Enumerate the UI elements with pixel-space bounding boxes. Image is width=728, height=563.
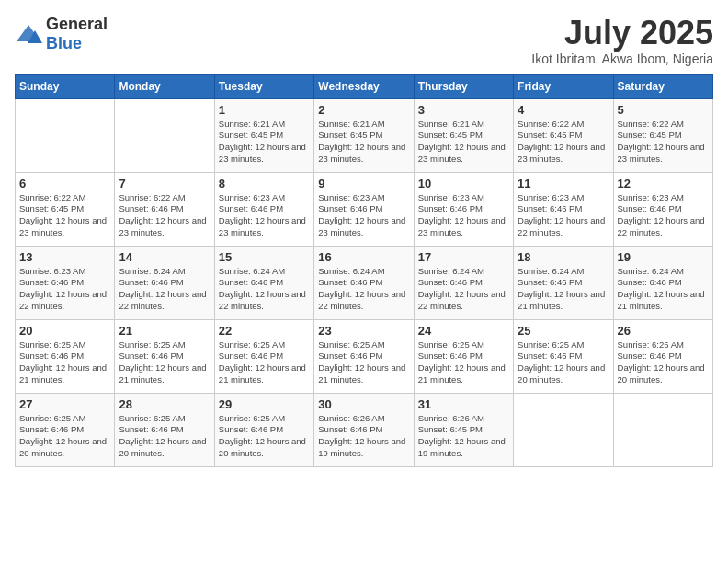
calendar-cell (115, 98, 214, 172)
day-number: 15 (219, 250, 310, 264)
calendar-table: SundayMondayTuesdayWednesdayThursdayFrid… (15, 74, 713, 467)
calendar-week-row: 27Sunrise: 6:25 AM Sunset: 6:46 PM Dayli… (16, 393, 713, 466)
day-detail: Sunrise: 6:22 AM Sunset: 6:45 PM Dayligh… (518, 119, 609, 166)
calendar-week-row: 6Sunrise: 6:22 AM Sunset: 6:45 PM Daylig… (16, 172, 713, 246)
calendar-cell: 4Sunrise: 6:22 AM Sunset: 6:45 PM Daylig… (514, 98, 613, 172)
day-detail: Sunrise: 6:24 AM Sunset: 6:46 PM Dayligh… (418, 266, 509, 313)
calendar-cell: 5Sunrise: 6:22 AM Sunset: 6:45 PM Daylig… (613, 98, 712, 172)
day-number: 13 (19, 250, 110, 264)
day-number: 14 (119, 250, 210, 264)
day-number: 16 (318, 250, 409, 264)
day-header-wednesday: Wednesday (314, 74, 414, 98)
day-detail: Sunrise: 6:25 AM Sunset: 6:46 PM Dayligh… (19, 339, 110, 386)
day-number: 26 (618, 324, 709, 338)
day-detail: Sunrise: 6:23 AM Sunset: 6:46 PM Dayligh… (219, 192, 310, 239)
day-detail: Sunrise: 6:21 AM Sunset: 6:45 PM Dayligh… (318, 119, 409, 166)
day-number: 18 (518, 250, 609, 264)
calendar-cell: 12Sunrise: 6:23 AM Sunset: 6:46 PM Dayli… (613, 172, 712, 246)
day-number: 24 (418, 324, 509, 338)
day-detail: Sunrise: 6:24 AM Sunset: 6:46 PM Dayligh… (618, 266, 709, 313)
day-detail: Sunrise: 6:21 AM Sunset: 6:45 PM Dayligh… (418, 119, 509, 166)
day-detail: Sunrise: 6:25 AM Sunset: 6:46 PM Dayligh… (219, 413, 310, 460)
day-number: 10 (418, 177, 509, 190)
day-detail: Sunrise: 6:23 AM Sunset: 6:46 PM Dayligh… (418, 192, 509, 239)
calendar-cell: 16Sunrise: 6:24 AM Sunset: 6:46 PM Dayli… (314, 246, 414, 319)
calendar-cell: 25Sunrise: 6:25 AM Sunset: 6:46 PM Dayli… (514, 319, 613, 393)
day-detail: Sunrise: 6:25 AM Sunset: 6:46 PM Dayligh… (418, 339, 509, 386)
day-number: 12 (618, 177, 709, 190)
day-detail: Sunrise: 6:24 AM Sunset: 6:46 PM Dayligh… (518, 266, 609, 313)
day-number: 4 (518, 103, 609, 117)
day-detail: Sunrise: 6:25 AM Sunset: 6:46 PM Dayligh… (19, 413, 110, 460)
day-detail: Sunrise: 6:24 AM Sunset: 6:46 PM Dayligh… (219, 266, 310, 313)
day-detail: Sunrise: 6:26 AM Sunset: 6:45 PM Dayligh… (418, 413, 509, 460)
calendar-week-row: 20Sunrise: 6:25 AM Sunset: 6:46 PM Dayli… (16, 319, 713, 393)
calendar-cell: 24Sunrise: 6:25 AM Sunset: 6:46 PM Dayli… (414, 319, 513, 393)
day-number: 29 (219, 397, 310, 411)
day-number: 9 (318, 177, 409, 190)
calendar-cell: 9Sunrise: 6:23 AM Sunset: 6:46 PM Daylig… (314, 172, 414, 246)
location-title: Ikot Ibritam, Akwa Ibom, Nigeria (531, 52, 713, 66)
day-detail: Sunrise: 6:26 AM Sunset: 6:46 PM Dayligh… (318, 413, 409, 460)
calendar-cell: 23Sunrise: 6:25 AM Sunset: 6:46 PM Dayli… (314, 319, 414, 393)
day-detail: Sunrise: 6:23 AM Sunset: 6:46 PM Dayligh… (618, 192, 709, 239)
day-number: 17 (418, 250, 509, 264)
calendar-cell: 2Sunrise: 6:21 AM Sunset: 6:45 PM Daylig… (314, 98, 414, 172)
calendar-cell: 29Sunrise: 6:25 AM Sunset: 6:46 PM Dayli… (214, 393, 313, 466)
calendar-week-row: 1Sunrise: 6:21 AM Sunset: 6:45 PM Daylig… (16, 98, 713, 172)
day-number: 23 (318, 324, 409, 338)
calendar-cell: 20Sunrise: 6:25 AM Sunset: 6:46 PM Dayli… (16, 319, 115, 393)
calendar-header-row: SundayMondayTuesdayWednesdayThursdayFrid… (16, 74, 713, 98)
calendar-cell: 3Sunrise: 6:21 AM Sunset: 6:45 PM Daylig… (414, 98, 513, 172)
day-detail: Sunrise: 6:25 AM Sunset: 6:46 PM Dayligh… (518, 339, 609, 386)
calendar-cell: 21Sunrise: 6:25 AM Sunset: 6:46 PM Dayli… (115, 319, 214, 393)
day-number: 30 (318, 397, 409, 411)
logo-general: General (46, 15, 108, 33)
day-number: 21 (119, 324, 210, 338)
day-detail: Sunrise: 6:25 AM Sunset: 6:46 PM Dayligh… (119, 413, 210, 460)
day-detail: Sunrise: 6:22 AM Sunset: 6:45 PM Dayligh… (618, 119, 709, 166)
day-detail: Sunrise: 6:23 AM Sunset: 6:46 PM Dayligh… (19, 266, 110, 313)
day-detail: Sunrise: 6:25 AM Sunset: 6:46 PM Dayligh… (219, 339, 310, 386)
day-header-friday: Friday (514, 74, 613, 98)
day-number: 31 (418, 397, 509, 411)
calendar-week-row: 13Sunrise: 6:23 AM Sunset: 6:46 PM Dayli… (16, 246, 713, 319)
calendar-cell: 6Sunrise: 6:22 AM Sunset: 6:45 PM Daylig… (16, 172, 115, 246)
month-title: July 2025 (531, 15, 713, 52)
day-number: 25 (518, 324, 609, 338)
logo-text: General Blue (46, 15, 108, 53)
calendar-cell: 7Sunrise: 6:22 AM Sunset: 6:46 PM Daylig… (115, 172, 214, 246)
calendar-cell (16, 98, 115, 172)
day-number: 5 (618, 103, 709, 117)
day-detail: Sunrise: 6:22 AM Sunset: 6:46 PM Dayligh… (119, 192, 210, 239)
calendar-cell: 13Sunrise: 6:23 AM Sunset: 6:46 PM Dayli… (16, 246, 115, 319)
day-number: 1 (219, 103, 310, 117)
day-detail: Sunrise: 6:21 AM Sunset: 6:45 PM Dayligh… (219, 119, 310, 166)
page-header: General Blue July 2025 Ikot Ibritam, Akw… (15, 15, 713, 66)
calendar-cell: 28Sunrise: 6:25 AM Sunset: 6:46 PM Dayli… (115, 393, 214, 466)
day-number: 2 (318, 103, 409, 117)
day-header-tuesday: Tuesday (214, 74, 313, 98)
day-detail: Sunrise: 6:25 AM Sunset: 6:46 PM Dayligh… (318, 339, 409, 386)
day-number: 8 (219, 177, 310, 190)
day-detail: Sunrise: 6:25 AM Sunset: 6:46 PM Dayligh… (618, 339, 709, 386)
title-block: July 2025 Ikot Ibritam, Akwa Ibom, Niger… (531, 15, 713, 66)
day-header-sunday: Sunday (16, 74, 115, 98)
day-header-monday: Monday (115, 74, 214, 98)
day-number: 6 (19, 177, 110, 190)
calendar-cell: 22Sunrise: 6:25 AM Sunset: 6:46 PM Dayli… (214, 319, 313, 393)
day-detail: Sunrise: 6:25 AM Sunset: 6:46 PM Dayligh… (119, 339, 210, 386)
calendar-cell (613, 393, 712, 466)
day-number: 20 (19, 324, 110, 338)
day-number: 7 (119, 177, 210, 190)
calendar-cell: 30Sunrise: 6:26 AM Sunset: 6:46 PM Dayli… (314, 393, 414, 466)
day-number: 19 (618, 250, 709, 264)
logo-icon (15, 23, 42, 45)
day-number: 3 (418, 103, 509, 117)
day-header-saturday: Saturday (613, 74, 712, 98)
calendar-cell: 15Sunrise: 6:24 AM Sunset: 6:46 PM Dayli… (214, 246, 313, 319)
calendar-cell: 27Sunrise: 6:25 AM Sunset: 6:46 PM Dayli… (16, 393, 115, 466)
day-number: 28 (119, 397, 210, 411)
day-detail: Sunrise: 6:24 AM Sunset: 6:46 PM Dayligh… (119, 266, 210, 313)
day-detail: Sunrise: 6:23 AM Sunset: 6:46 PM Dayligh… (318, 192, 409, 239)
